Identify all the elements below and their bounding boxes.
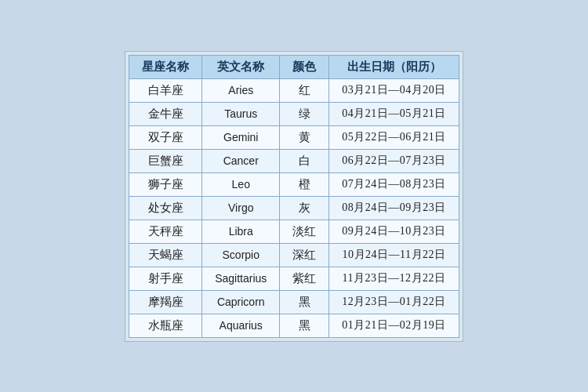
cell-english-name: Aquarius xyxy=(202,314,280,337)
cell-date-range: 04月21日—05月21日 xyxy=(329,102,459,125)
table-row: 天秤座Libra淡红09月24日—10月23日 xyxy=(129,220,459,243)
cell-chinese-name: 水瓶座 xyxy=(129,314,202,337)
header-color: 颜色 xyxy=(280,55,329,78)
table-header-row: 星座名称 英文名称 颜色 出生日期（阳历） xyxy=(129,55,459,78)
header-chinese-name: 星座名称 xyxy=(129,55,202,78)
cell-date-range: 10月24日—11月22日 xyxy=(329,243,459,267)
header-date: 出生日期（阳历） xyxy=(329,55,459,78)
cell-chinese-name: 双子座 xyxy=(129,125,202,149)
cell-english-name: Libra xyxy=(202,220,280,243)
cell-english-name: Sagittarius xyxy=(202,267,280,290)
cell-color: 橙 xyxy=(280,172,329,196)
table-row: 天蝎座Scorpio深红10月24日—11月22日 xyxy=(129,243,459,267)
cell-english-name: Virgo xyxy=(202,196,280,220)
cell-chinese-name: 天秤座 xyxy=(129,220,202,243)
cell-color: 白 xyxy=(280,149,329,172)
cell-color: 淡红 xyxy=(280,220,329,243)
table-row: 双子座Gemini黄05月22日—06月21日 xyxy=(129,125,459,149)
cell-english-name: Leo xyxy=(202,172,280,196)
cell-date-range: 07月24日—08月23日 xyxy=(329,172,459,196)
table-row: 摩羯座Capricorn黑12月23日—01月22日 xyxy=(129,290,459,314)
table-row: 水瓶座Aquarius黑01月21日—02月19日 xyxy=(129,314,459,337)
cell-chinese-name: 摩羯座 xyxy=(129,290,202,314)
table-row: 巨蟹座Cancer白06月22日—07月23日 xyxy=(129,149,459,172)
cell-color: 黑 xyxy=(280,314,329,337)
zodiac-table: 星座名称 英文名称 颜色 出生日期（阳历） 白羊座Aries红03月21日—04… xyxy=(129,55,459,338)
cell-chinese-name: 射手座 xyxy=(129,267,202,290)
cell-chinese-name: 处女座 xyxy=(129,196,202,220)
cell-color: 灰 xyxy=(280,196,329,220)
cell-date-range: 03月21日—04月20日 xyxy=(329,78,459,102)
cell-english-name: Aries xyxy=(202,78,280,102)
cell-english-name: Capricorn xyxy=(202,290,280,314)
cell-english-name: Taurus xyxy=(202,102,280,125)
table-row: 金牛座Taurus绿04月21日—05月21日 xyxy=(129,102,459,125)
cell-date-range: 08月24日—09月23日 xyxy=(329,196,459,220)
cell-color: 绿 xyxy=(280,102,329,125)
cell-english-name: Scorpio xyxy=(202,243,280,267)
cell-color: 深红 xyxy=(280,243,329,267)
cell-date-range: 06月22日—07月23日 xyxy=(329,149,459,172)
cell-english-name: Cancer xyxy=(202,149,280,172)
table-body: 白羊座Aries红03月21日—04月20日金牛座Taurus绿04月21日—0… xyxy=(129,78,459,337)
header-english-name: 英文名称 xyxy=(202,55,280,78)
zodiac-table-container: 星座名称 英文名称 颜色 出生日期（阳历） 白羊座Aries红03月21日—04… xyxy=(125,51,463,342)
cell-date-range: 05月22日—06月21日 xyxy=(329,125,459,149)
cell-chinese-name: 狮子座 xyxy=(129,172,202,196)
table-row: 处女座Virgo灰08月24日—09月23日 xyxy=(129,196,459,220)
cell-english-name: Gemini xyxy=(202,125,280,149)
cell-color: 红 xyxy=(280,78,329,102)
cell-date-range: 01月21日—02月19日 xyxy=(329,314,459,337)
table-row: 狮子座Leo橙07月24日—08月23日 xyxy=(129,172,459,196)
cell-chinese-name: 金牛座 xyxy=(129,102,202,125)
cell-color: 黄 xyxy=(280,125,329,149)
cell-date-range: 12月23日—01月22日 xyxy=(329,290,459,314)
cell-date-range: 09月24日—10月23日 xyxy=(329,220,459,243)
cell-chinese-name: 天蝎座 xyxy=(129,243,202,267)
table-row: 射手座Sagittarius紫红11月23日—12月22日 xyxy=(129,267,459,290)
cell-color: 黑 xyxy=(280,290,329,314)
cell-date-range: 11月23日—12月22日 xyxy=(329,267,459,290)
cell-color: 紫红 xyxy=(280,267,329,290)
cell-chinese-name: 白羊座 xyxy=(129,78,202,102)
table-row: 白羊座Aries红03月21日—04月20日 xyxy=(129,78,459,102)
cell-chinese-name: 巨蟹座 xyxy=(129,149,202,172)
